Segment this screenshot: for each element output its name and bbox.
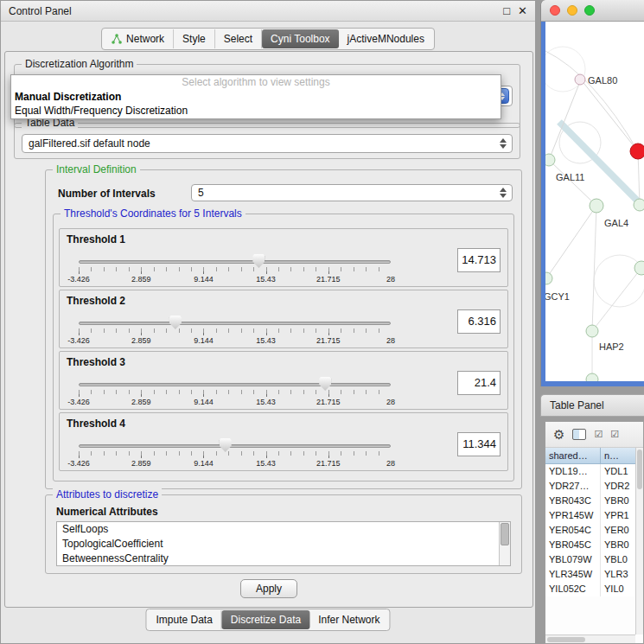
apply-button[interactable]: Apply [240, 579, 297, 598]
gear-icon[interactable]: ⚙ [553, 428, 564, 441]
table-row[interactable]: YER054C YER0 [545, 523, 643, 538]
tab-network[interactable]: Network [103, 29, 174, 48]
network-canvas[interactable]: GAL80 GAL11 GAL4 GCY1 HAP2 [541, 22, 644, 386]
node-label-gcy1: GCY1 [545, 291, 570, 302]
network-window-titlebar[interactable] [541, 0, 644, 22]
cell-shared-name[interactable]: YIL052C [545, 582, 601, 596]
scrollbar-thumb[interactable] [547, 637, 585, 642]
cell-shared-name[interactable]: YBR043C [545, 494, 601, 508]
scrollbar-thumb[interactable] [637, 450, 642, 489]
network-node-gal4[interactable] [590, 199, 603, 213]
threshold-1-slider[interactable]: -3.4262.8599.14415.4321.71528 [79, 253, 391, 286]
cell-shared-name[interactable]: YBR045C [545, 538, 601, 552]
table-vertical-scrollbar[interactable] [635, 448, 643, 634]
threshold-2-slider[interactable]: -3.4262.8599.14415.4321.71528 [79, 315, 391, 348]
node-label-hap2: HAP2 [599, 341, 624, 352]
list-item[interactable]: TopologicalCoefficient [57, 537, 510, 552]
table-row[interactable]: YBR043C YBR0 [545, 494, 643, 508]
tick-label: 21.715 [316, 275, 341, 284]
slider-track[interactable] [79, 383, 391, 386]
column-selector-icon[interactable] [572, 429, 586, 440]
network-edge [546, 206, 596, 278]
combo-stepper-icon [500, 138, 507, 149]
close-window-icon[interactable]: ✕ [518, 4, 527, 17]
threshold-4-slider[interactable]: -3.4262.8599.14415.4321.71528 [79, 437, 391, 470]
threshold-3-slider[interactable]: -3.4262.8599.14415.4321.71528 [79, 376, 391, 409]
threshold-4-value-field[interactable]: 11.344 [457, 432, 501, 456]
network-node-hap2[interactable] [586, 325, 598, 337]
tick-label: 2.859 [131, 336, 151, 345]
tab-infer-network[interactable]: Infer Network [309, 610, 388, 629]
select-all-checkbox-icon[interactable]: ☑ [594, 430, 603, 439]
table-row[interactable]: YDL19… YDL1 [545, 464, 643, 479]
network-node[interactable] [586, 373, 598, 381]
slider-track[interactable] [79, 260, 391, 264]
table-data-group: Table Data galFiltered.sif default node [14, 123, 520, 159]
tick-label: -3.426 [67, 275, 90, 284]
table-header-row: shared… n… [545, 448, 643, 464]
table-row[interactable]: YBR045C YBR0 [545, 538, 643, 552]
slider-thumb[interactable] [220, 438, 232, 452]
cell-shared-name[interactable]: YER054C [545, 523, 601, 538]
close-traffic-light-icon[interactable] [550, 5, 560, 16]
interval-definition-group: Interval Definition Number of Intervals … [45, 169, 522, 489]
tab-select[interactable]: Select [215, 29, 262, 48]
network-node[interactable] [634, 261, 644, 275]
slider-thumb[interactable] [319, 377, 331, 391]
slider-track[interactable] [79, 444, 391, 448]
table-data-combo[interactable]: galFiltered.sif default node [22, 134, 513, 153]
cell-shared-name[interactable]: YDL19… [545, 464, 601, 479]
slider-thumb[interactable] [169, 316, 182, 329]
cell-shared-name[interactable]: YDR27… [545, 479, 601, 494]
slider-track[interactable] [79, 322, 391, 325]
cell-shared-name[interactable]: YPR145W [545, 508, 601, 523]
network-edge [545, 51, 638, 151]
scrollbar-thumb[interactable] [501, 523, 509, 545]
slider-thumb[interactable] [252, 254, 265, 268]
cell-shared-name[interactable]: YLR345W [545, 567, 601, 582]
list-scrollbar[interactable] [499, 522, 510, 565]
network-node-gal80[interactable] [575, 74, 585, 85]
tab-impute-data[interactable]: Impute Data [147, 610, 221, 629]
number-of-intervals-label: Number of Intervals [58, 188, 156, 200]
numerical-attributes-list[interactable]: SelfLoops TopologicalCoefficient Between… [56, 521, 511, 566]
network-node-gcy1[interactable] [545, 272, 552, 284]
list-item[interactable]: BetweennessCentrality [57, 552, 510, 566]
tab-cyni-toolbox[interactable]: Cyni Toolbox [262, 29, 338, 48]
network-graph: GAL80 GAL11 GAL4 GCY1 HAP2 [545, 22, 644, 381]
dropdown-option-equal-width-frequency[interactable]: Equal Width/Frequency Discretization [11, 104, 501, 118]
float-window-icon[interactable]: □ [503, 4, 510, 17]
threshold-3-value-field[interactable]: 21.4 [457, 371, 501, 395]
threshold-2-value-field[interactable]: 6.316 [457, 309, 501, 334]
network-node-gal11[interactable] [545, 154, 555, 166]
table-row[interactable]: YLR345W YLR3 [545, 567, 643, 582]
node-label-gal80: GAL80 [588, 75, 617, 86]
tab-discretize-data[interactable]: Discretize Data [222, 610, 309, 629]
table-horizontal-scrollbar[interactable] [545, 634, 635, 643]
node-label-gal11: GAL11 [556, 172, 584, 182]
table-row[interactable]: YPR145W YPR1 [545, 508, 643, 523]
show-selected-checkbox-icon[interactable]: ☑ [610, 430, 619, 439]
zoom-traffic-light-icon[interactable] [584, 5, 595, 16]
tab-style[interactable]: Style [174, 29, 215, 48]
tab-jactivemnodules[interactable]: jActiveMNodules [339, 29, 433, 48]
minimize-traffic-light-icon[interactable] [567, 5, 577, 16]
threshold-1-value-field[interactable]: 14.713 [457, 248, 501, 272]
network-node[interactable] [634, 199, 644, 211]
table-row[interactable]: YDR27… YDR2 [545, 479, 643, 494]
dropdown-option-manual-discretization[interactable]: Manual Discretization [11, 90, 501, 104]
table-panel-bar[interactable]: Table Panel [540, 394, 644, 417]
tick-label: 9.144 [194, 336, 214, 345]
list-item[interactable]: SelfLoops [57, 522, 510, 537]
cell-shared-name[interactable]: YBL079W [545, 552, 601, 567]
network-node-selected-red[interactable] [630, 143, 644, 159]
table-row[interactable]: YBL079W YBL0 [545, 552, 643, 567]
tick-label: 28 [386, 459, 395, 468]
tick-label: 15.43 [256, 275, 276, 284]
column-header-shared-name[interactable]: shared… [545, 448, 601, 463]
number-of-intervals-combo[interactable]: 5 [191, 184, 513, 201]
thresholds-group: Threshold's Coordinates for 5 Intervals … [53, 214, 514, 481]
network-edge [559, 122, 644, 208]
node-label-gal4: GAL4 [604, 218, 628, 228]
table-row[interactable]: YIL052C YIL0 [545, 582, 643, 596]
